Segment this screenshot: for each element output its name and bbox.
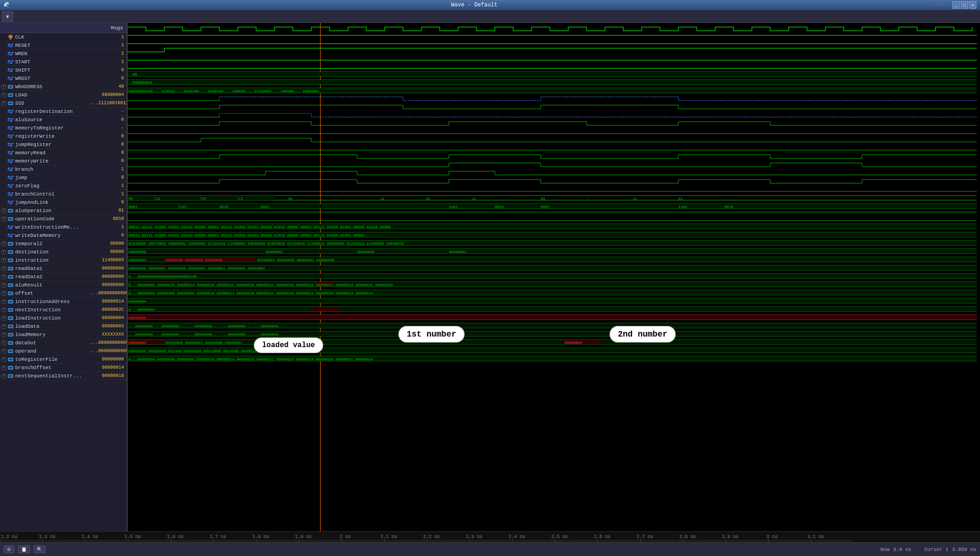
toolbar-icon-3[interactable]: 🔍: [34, 545, 45, 553]
expand-readData1[interactable]: +: [0, 265, 7, 272]
expand-branchOffset[interactable]: +: [0, 364, 7, 371]
signal-row-aluResult[interactable]: +aluResult00000000: [0, 281, 127, 289]
expand-writeDataMemory[interactable]: [0, 232, 7, 239]
expand-operationCode[interactable]: +: [0, 215, 7, 223]
waveform-area[interactable]: 40 08000004 00000000100... 010010... 010…: [128, 23, 980, 531]
signal-row-aluSource[interactable]: aluSource0: [0, 116, 127, 124]
signal-row-toRegisterFile[interactable]: +toRegisterFile00000000: [0, 355, 127, 364]
expand-aluSource[interactable]: [0, 116, 7, 124]
signal-row-instructionAddress[interactable]: +instructionAddress00000014: [0, 298, 127, 306]
svg-rect-39: [8, 309, 13, 311]
signal-row-wren[interactable]: WREN1: [0, 50, 127, 58]
maximize-button[interactable]: □: [961, 1, 968, 9]
expand-writeInstructionMe[interactable]: [0, 224, 7, 231]
expand-start[interactable]: [0, 58, 7, 66]
signal-row-nextInstruction[interactable]: +nextInstruction0000002C: [0, 306, 127, 314]
offset-waveform: 0...000000000000000000000000100: [128, 274, 977, 279]
close-button[interactable]: ✕: [969, 1, 976, 9]
expand-dataOut[interactable]: +: [0, 339, 7, 347]
signal-row-dataOut[interactable]: +dataOut...00000000000...: [0, 339, 127, 347]
signal-row-loadData[interactable]: +loadData00000003: [0, 322, 127, 331]
svg-text:1.8 ns: 1.8 ns: [252, 534, 269, 539]
expand-temporal2[interactable]: +: [0, 240, 7, 247]
signal-row-destination[interactable]: +destination00000: [0, 248, 127, 256]
signal-row-start[interactable]: START1: [0, 58, 127, 66]
expand-wren[interactable]: [0, 50, 7, 57]
expand-memoryRead[interactable]: [0, 149, 7, 157]
expand-destination[interactable]: +: [0, 248, 7, 256]
expand-zeroFlag[interactable]: [0, 182, 7, 190]
expand-instructionAddress[interactable]: +: [0, 298, 7, 305]
signal-row-operand[interactable]: +operand...00000000000...: [0, 347, 127, 355]
signal-row-registerDestination[interactable]: registerDestination-: [0, 107, 127, 116]
signal-row-temporal2[interactable]: +temporal200000: [0, 240, 127, 248]
signal-row-memoryRead[interactable]: memoryRead0: [0, 149, 127, 157]
signal-name-loadData: loadData: [15, 324, 90, 329]
signal-row-load[interactable]: +LOAD08000004: [0, 91, 127, 99]
expand-toRegisterFile[interactable]: +: [0, 356, 7, 363]
signal-row-memoryWrite[interactable]: memoryWrite0: [0, 157, 127, 165]
svg-text:01: 01: [678, 197, 683, 201]
signal-row-operationCode[interactable]: +operationCode0010: [0, 215, 127, 223]
signal-row-writeInstructionMe[interactable]: writeInstructionMe...1: [0, 223, 127, 231]
signal-row-loadInstruction[interactable]: +loadInstruction08000004: [0, 314, 127, 322]
expand-clk[interactable]: [0, 34, 7, 41]
toolbar-icon-2[interactable]: 📋: [18, 545, 30, 553]
signal-row-zeroFlag[interactable]: zeroFlag1: [0, 182, 127, 190]
signal-row-registerWrite[interactable]: registerWrite0: [0, 132, 127, 140]
signal-row-jump[interactable]: jump0: [0, 174, 127, 182]
signal-row-loadMemory[interactable]: +loadMemoryXXXXXXXX: [0, 331, 127, 339]
expand-loadData[interactable]: +: [0, 323, 7, 330]
signal-row-jumpRegister[interactable]: jumpRegister0: [0, 140, 127, 149]
signal-row-wrdst[interactable]: WRDST0: [0, 74, 127, 83]
signal-row-readData1[interactable]: +readData100000000: [0, 264, 127, 273]
expand-shift[interactable]: [0, 67, 7, 74]
expand-loadMemory[interactable]: +: [0, 331, 7, 338]
signal-row-branchOffset[interactable]: +branchOffset00000014: [0, 364, 127, 372]
minimize-button[interactable]: _: [952, 1, 960, 9]
signal-row-memoryToRegister[interactable]: memoryToRegister-: [0, 124, 127, 132]
expand-nextInstruction[interactable]: +: [0, 306, 7, 314]
signal-row-offset[interactable]: +offset...00000000000...: [0, 289, 127, 298]
expand-aluOperation[interactable]: +: [0, 207, 7, 214]
expand-jumpRegister[interactable]: [0, 141, 7, 148]
signal-row-ssd[interactable]: +SSD...11110010011...: [0, 99, 127, 107]
expand-branch[interactable]: [0, 166, 7, 173]
signal-row-clk[interactable]: CLK1: [0, 33, 127, 41]
expand-registerWrite[interactable]: [0, 133, 7, 140]
expand-wraddress[interactable]: +: [0, 83, 7, 90]
signal-row-reset[interactable]: RESET1: [0, 41, 127, 50]
expand-offset[interactable]: +: [0, 290, 7, 297]
signal-row-wraddress[interactable]: +WRADDRESS40: [0, 83, 127, 91]
signal-row-shift[interactable]: SHIFT0: [0, 66, 127, 74]
expand-jumpAndLink[interactable]: [0, 199, 7, 206]
signal-icon-instruction: [7, 257, 14, 264]
signal-row-branch[interactable]: branch1: [0, 165, 127, 174]
expand-operand[interactable]: +: [0, 348, 7, 355]
expand-registerDestination[interactable]: [0, 108, 7, 115]
expand-reset[interactable]: [0, 42, 7, 49]
signal-row-readData2[interactable]: +readData200000000: [0, 273, 127, 281]
signal-icon-wren: [7, 51, 14, 57]
svg-text:1101: 1101: [449, 205, 458, 209]
expand-ssd[interactable]: +: [0, 100, 7, 107]
expand-load[interactable]: +: [0, 91, 7, 99]
expand-memoryWrite[interactable]: [0, 157, 7, 165]
expand-memoryToRegister[interactable]: [0, 124, 7, 132]
signal-row-instruction[interactable]: +instruction11400005: [0, 256, 127, 264]
expand-branchControl[interactable]: [0, 191, 7, 198]
toolbar-dropdown[interactable]: ▼: [2, 11, 13, 22]
signal-row-jumpAndLink[interactable]: jumpAndLink0: [0, 198, 127, 207]
signal-row-writeDataMemory[interactable]: writeDataMemory0: [0, 231, 127, 240]
signal-row-branchControl[interactable]: branchControl1: [0, 190, 127, 198]
expand-nextSequentialInstr[interactable]: +: [0, 372, 7, 380]
toolbar-icon-1[interactable]: ⚙: [4, 545, 14, 553]
expand-wrdst[interactable]: [0, 75, 7, 82]
signal-row-nextSequentialInstr[interactable]: +nextSequentialInstr...00000018: [0, 372, 127, 380]
expand-instruction[interactable]: +: [0, 257, 7, 264]
expand-readData2[interactable]: +: [0, 273, 7, 281]
expand-aluResult[interactable]: +: [0, 281, 7, 289]
signal-row-aluOperation[interactable]: +aluOperation01: [0, 207, 127, 215]
expand-jump[interactable]: [0, 174, 7, 181]
expand-loadInstruction[interactable]: +: [0, 315, 7, 322]
